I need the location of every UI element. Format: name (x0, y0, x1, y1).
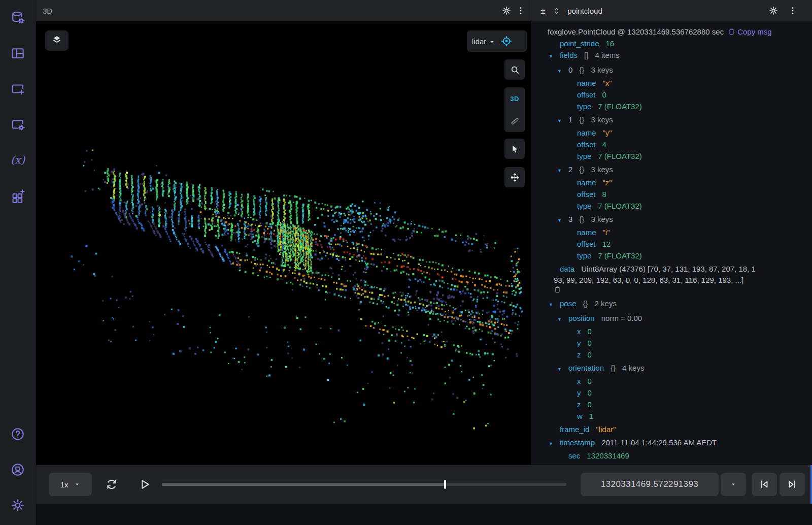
msg-row-point_stride: point_stride16 (531, 38, 812, 49)
msg-row-x: x0 (531, 375, 812, 387)
field-key: position (568, 312, 595, 324)
field-key: type (577, 250, 591, 261)
field-key: data (560, 263, 574, 275)
field-value: 0 (588, 399, 592, 410)
move-icon (510, 172, 520, 183)
play-button[interactable] (138, 477, 153, 493)
field-key: offset (577, 188, 595, 200)
msg-row-y: y0 (531, 337, 812, 349)
type-badge: {} (579, 163, 584, 175)
pointcloud-viewport[interactable]: lidar 3D (36, 21, 531, 465)
sidebar-item-gear[interactable] (0, 487, 36, 523)
panel-settings-gear-icon[interactable] (768, 6, 779, 16)
type-badge: {} (579, 114, 584, 125)
search-icon (510, 64, 520, 75)
sidebar-item-add-panel[interactable] (0, 71, 36, 107)
msg-row-orientation: ▼orientation{}4 keys (531, 362, 812, 375)
msg-row-data: dataUint8Array (47376) [70, 37, 131, 193… (531, 263, 812, 296)
field-value: norm = 0.00 (601, 312, 642, 324)
panel-3d-title: 3D (43, 7, 52, 15)
msg-row-type: type7 (FLOAT32) (531, 150, 812, 162)
msg-row-type: type7 (FLOAT32) (531, 200, 812, 212)
msg-row-fields: ▼fields[]4 items (531, 49, 812, 62)
expand-arrow-icon[interactable]: ▼ (557, 165, 568, 177)
sidebar-item-extensions[interactable] (0, 178, 36, 213)
msg-row-name: name"y" (531, 127, 812, 139)
seek-slider[interactable] (162, 483, 566, 486)
panel-menu-dots-icon[interactable] (788, 6, 798, 16)
schema-stamp-text: foxglove.PointCloud @ 1320331469.5367628… (548, 27, 724, 36)
copy-msg-link[interactable]: Copy msg (737, 27, 772, 36)
field-key: x (577, 325, 581, 337)
field-value: 0 (588, 337, 592, 349)
expand-arrow-icon[interactable]: ▼ (557, 65, 568, 77)
expand-arrow-icon[interactable]: ▼ (549, 438, 560, 450)
expand-collapse-all-icon[interactable]: ± (540, 7, 545, 15)
raw-messages-header: ± pointcloud (531, 0, 812, 21)
field-key: name (577, 177, 596, 188)
sidebar-item-db-gear[interactable] (0, 0, 36, 36)
msg-row-offset: offset8 (531, 188, 812, 200)
type-badge: [] (584, 49, 588, 61)
cursor-icon (510, 144, 520, 154)
field-value: 7 (FLOAT32) (598, 250, 641, 261)
sidebar-item-variables[interactable]: (x) (0, 142, 36, 178)
camera-mode-3d-label: 3D (510, 95, 519, 103)
seek-forward-button[interactable] (780, 473, 805, 496)
expand-arrow-icon[interactable]: ▼ (549, 51, 560, 62)
field-value: "x" (603, 77, 612, 89)
sidebar-item-account[interactable] (0, 452, 36, 487)
expand-arrow-icon[interactable]: ▼ (549, 299, 560, 311)
pan-tool-button[interactable] (504, 167, 525, 187)
account-icon (10, 462, 25, 477)
current-timestamp-field[interactable]: 1320331469.572291393 (581, 473, 719, 496)
clipboard-icon[interactable] (554, 286, 561, 293)
msg-row-z: z0 (531, 349, 812, 360)
chevron-down-icon (74, 481, 80, 487)
panel-settings-gear-icon[interactable] (501, 6, 512, 16)
msg-row-offset: offset12 (531, 238, 812, 250)
expand-arrow-icon[interactable]: ▼ (557, 215, 568, 226)
pointcloud-canvas[interactable] (36, 21, 531, 465)
clipboard-icon[interactable] (728, 28, 735, 36)
sort-updown-icon[interactable] (552, 7, 561, 15)
measure-button[interactable] (504, 110, 525, 132)
frame-selector[interactable]: lidar (467, 30, 527, 52)
select-tool-button[interactable] (504, 139, 525, 159)
sidebar-item-help[interactable] (0, 416, 36, 452)
field-key: 2 (568, 163, 572, 175)
field-value: 7 (FLOAT32) (598, 150, 641, 162)
viewport-search-button[interactable] (504, 59, 525, 80)
field-key: y (577, 387, 581, 399)
follow-target-icon[interactable] (500, 35, 513, 47)
seek-thumb[interactable] (444, 480, 446, 489)
timestamp-format-button[interactable] (721, 473, 746, 496)
msg-row-name: name"x" (531, 77, 812, 89)
type-badge: {} (611, 362, 616, 374)
expand-arrow-icon[interactable]: ▼ (557, 314, 568, 325)
expand-arrow-icon[interactable]: ▼ (557, 364, 568, 375)
field-value: 3 keys (591, 163, 613, 175)
sidebar-item-layout[interactable] (0, 36, 36, 71)
panel-3d-header: 3D (36, 0, 531, 21)
gear-icon (10, 498, 25, 513)
field-value: 3 keys (591, 114, 613, 125)
seek-backward-button[interactable] (752, 473, 777, 496)
expand-arrow-icon[interactable]: ▼ (557, 115, 568, 127)
field-value: "i" (603, 226, 610, 238)
sidebar-item-panel-gear[interactable] (0, 107, 36, 142)
loop-playback-icon[interactable] (105, 477, 120, 493)
main-area: 3D lidar (36, 0, 812, 525)
playback-speed-button[interactable]: 1x (49, 473, 92, 496)
field-key: y (577, 337, 581, 349)
layers-button[interactable] (45, 30, 69, 51)
panel-gear-icon (10, 117, 25, 132)
field-key: pose (560, 298, 577, 309)
panel-row: 3D lidar (36, 0, 812, 465)
playback-speed-label: 1x (60, 480, 69, 489)
field-value: 0 (588, 387, 592, 399)
panel-menu-dots-icon[interactable] (516, 6, 526, 16)
field-value: 7 (FLOAT32) (598, 200, 641, 212)
camera-mode-3d-button[interactable]: 3D (504, 87, 525, 110)
field-value: "lidar" (596, 423, 616, 435)
